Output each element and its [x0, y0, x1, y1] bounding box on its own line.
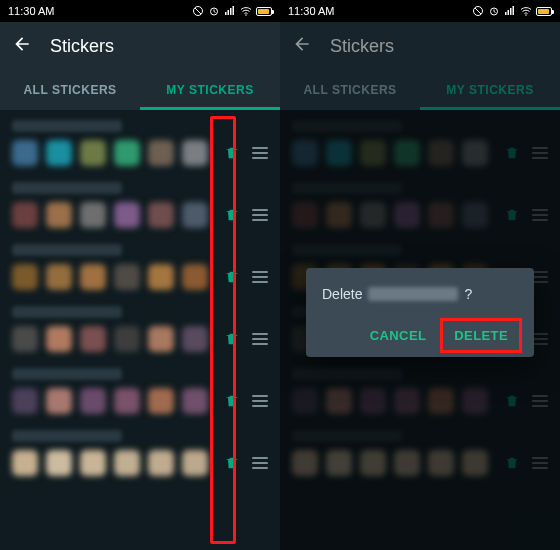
- drag-handle[interactable]: [252, 457, 268, 469]
- sticker-pack-list: Delete ? CANCEL DELETE: [280, 110, 560, 550]
- status-icons: [472, 5, 552, 17]
- dialog-pack-name-redacted: [368, 287, 458, 301]
- svg-rect-14: [513, 6, 515, 15]
- sticker-thumbnail: [12, 450, 38, 476]
- drag-handle[interactable]: [252, 209, 268, 221]
- sticker-thumbnail: [80, 202, 106, 228]
- sticker-thumbnail: [12, 140, 38, 166]
- delete-dialog: Delete ? CANCEL DELETE: [306, 268, 534, 357]
- sticker-thumbnail: [80, 388, 106, 414]
- tab-my-stickers[interactable]: MY STICKERS: [420, 70, 560, 110]
- sticker-thumbnail: [114, 264, 140, 290]
- sticker-pack: [0, 234, 280, 296]
- dnd-icon: [472, 5, 484, 17]
- phone-right: 11:30 AM Stickers ALL STICKERS MY STICKE…: [280, 0, 560, 550]
- sticker-thumbnail: [80, 264, 106, 290]
- wifi-icon: [240, 5, 252, 17]
- wifi-icon: [520, 5, 532, 17]
- alarm-icon: [488, 5, 500, 17]
- page-title: Stickers: [330, 36, 394, 57]
- sticker-thumbnail: [182, 140, 208, 166]
- drag-handle[interactable]: [252, 271, 268, 283]
- sticker-thumbnail: [12, 264, 38, 290]
- signal-icon: [504, 5, 516, 17]
- svg-rect-5: [230, 8, 232, 15]
- sticker-thumbnail: [12, 388, 38, 414]
- svg-rect-12: [508, 10, 510, 15]
- pack-title-redacted: [12, 120, 122, 132]
- arrow-left-icon: [12, 34, 32, 54]
- sticker-pack: [0, 296, 280, 358]
- dialog-suffix: ?: [464, 286, 472, 302]
- sticker-pack: [0, 420, 280, 482]
- sticker-thumbnail: [46, 388, 72, 414]
- drag-handle[interactable]: [252, 333, 268, 345]
- sticker-thumbnail: [80, 326, 106, 352]
- signal-icon: [224, 5, 236, 17]
- svg-rect-13: [510, 8, 512, 15]
- back-button[interactable]: [292, 34, 312, 58]
- sticker-thumbnail: [148, 326, 174, 352]
- alarm-icon: [208, 5, 220, 17]
- tab-all-stickers[interactable]: ALL STICKERS: [280, 70, 420, 110]
- modal-backdrop[interactable]: Delete ? CANCEL DELETE: [280, 110, 560, 550]
- sticker-thumbnail: [80, 450, 106, 476]
- sticker-thumbnail: [12, 326, 38, 352]
- sticker-pack: [0, 172, 280, 234]
- svg-rect-6: [233, 6, 235, 15]
- sticker-thumbnail: [148, 202, 174, 228]
- sticker-thumbnail: [148, 140, 174, 166]
- pack-title-redacted: [12, 244, 122, 256]
- sticker-thumbnail: [114, 202, 140, 228]
- sticker-thumbnail: [46, 264, 72, 290]
- app-bar: Stickers: [280, 22, 560, 70]
- svg-point-7: [245, 14, 247, 16]
- sticker-thumbnail: [46, 326, 72, 352]
- sticker-pack: [0, 358, 280, 420]
- tab-all-stickers[interactable]: ALL STICKERS: [0, 70, 140, 110]
- sticker-thumbnail: [182, 202, 208, 228]
- svg-rect-4: [228, 10, 230, 15]
- status-time: 11:30 AM: [288, 5, 334, 17]
- back-button[interactable]: [12, 34, 32, 58]
- svg-point-15: [525, 14, 527, 16]
- page-title: Stickers: [50, 36, 114, 57]
- sticker-thumbnail: [114, 388, 140, 414]
- tabs: ALL STICKERS MY STICKERS: [280, 70, 560, 110]
- sticker-thumbnail: [12, 202, 38, 228]
- dialog-prefix: Delete: [322, 286, 362, 302]
- dialog-actions: CANCEL DELETE: [322, 322, 518, 349]
- pack-title-redacted: [12, 182, 122, 194]
- status-bar: 11:30 AM: [280, 0, 560, 22]
- sticker-thumbnail: [46, 450, 72, 476]
- phone-left: 11:30 AM Stickers ALL STICKERS MY STICKE…: [0, 0, 280, 550]
- pack-thumbnails: [12, 388, 218, 414]
- battery-icon: [536, 7, 552, 16]
- sticker-thumbnail: [182, 388, 208, 414]
- svg-line-1: [195, 8, 201, 14]
- pack-title-redacted: [12, 306, 122, 318]
- pack-thumbnails: [12, 326, 218, 352]
- svg-rect-11: [505, 12, 507, 15]
- cancel-button[interactable]: CANCEL: [360, 322, 437, 349]
- dialog-message: Delete ?: [322, 286, 518, 302]
- pack-thumbnails: [12, 264, 218, 290]
- status-bar: 11:30 AM: [0, 0, 280, 22]
- tabs: ALL STICKERS MY STICKERS: [0, 70, 280, 110]
- sticker-thumbnail: [114, 326, 140, 352]
- pack-thumbnails: [12, 450, 218, 476]
- app-bar: Stickers: [0, 22, 280, 70]
- pack-thumbnails: [12, 202, 218, 228]
- svg-line-9: [475, 8, 481, 14]
- pack-title-redacted: [12, 368, 122, 380]
- delete-button[interactable]: DELETE: [444, 322, 518, 349]
- sticker-thumbnail: [114, 140, 140, 166]
- sticker-thumbnail: [148, 264, 174, 290]
- pack-thumbnails: [12, 140, 218, 166]
- status-time: 11:30 AM: [8, 5, 54, 17]
- drag-handle[interactable]: [252, 147, 268, 159]
- drag-handle[interactable]: [252, 395, 268, 407]
- sticker-thumbnail: [148, 450, 174, 476]
- dnd-icon: [192, 5, 204, 17]
- tab-my-stickers[interactable]: MY STICKERS: [140, 70, 280, 110]
